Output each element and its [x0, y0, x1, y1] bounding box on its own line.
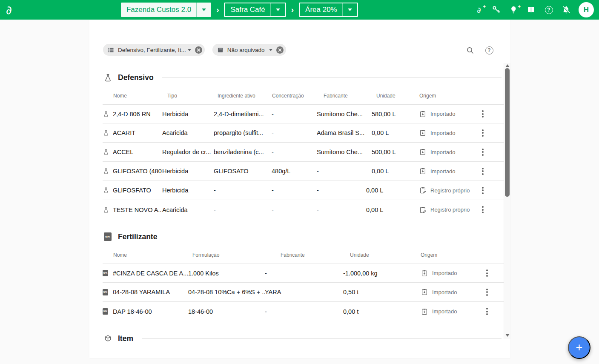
- vertical-scrollbar[interactable]: [504, 63, 510, 339]
- table-row[interactable]: NPK DAP 18-46-00 18-46-00 - 0,00 t Impor…: [103, 302, 504, 321]
- flask-icon: [103, 129, 113, 136]
- column-formulacao: Formulação: [188, 252, 265, 258]
- origin-cell: Importado: [417, 269, 479, 277]
- divider: [270, 3, 271, 16]
- product-list-scroll: Defensivo Nome Tipo Ingrediente ativo Co…: [89, 63, 504, 343]
- column-fabricante: Fabricante: [317, 93, 365, 99]
- fertilizante-table-header: Nome Formulação Fabricante Unidade Orige…: [103, 243, 504, 264]
- product-type: Acaricida: [162, 206, 214, 213]
- search-icon[interactable]: [465, 45, 475, 55]
- product-type: Regulador de cr...: [162, 149, 214, 155]
- filters-toolbar: Defensivo, Fertilizante, It... Não arqui…: [89, 20, 510, 63]
- app-header: ∂ Fazenda Custos 2.0 › Safra Café › Área…: [0, 0, 599, 20]
- concentration: -: [272, 111, 317, 118]
- table-row[interactable]: NPK 04-28-08 YARAMILA 04-28-08 10%Ca + 6…: [103, 283, 504, 302]
- archive-filter-chip[interactable]: Não arquivado: [212, 44, 286, 56]
- notifications-off-icon[interactable]: [561, 5, 571, 15]
- table-row[interactable]: GLIFOSFATO Herbicida - - - 0,00 L Regist…: [103, 181, 504, 200]
- key-icon[interactable]: [491, 5, 502, 15]
- formulation: 04-28-08 10%Ca + 6%S + ...: [188, 289, 265, 295]
- add-farm-icon[interactable]: ∂+: [474, 5, 484, 15]
- product-name: DAP 18-46-00: [113, 308, 188, 315]
- chevron-down-icon[interactable]: [271, 9, 285, 11]
- archive-filter-value: Não arquivado: [227, 47, 265, 53]
- section-defensivo-header: Defensivo: [103, 72, 504, 83]
- season-name: Safra Café: [225, 6, 265, 14]
- import-icon: [421, 269, 428, 277]
- active-ingredient: benziladenina (c...: [214, 149, 272, 155]
- help-icon[interactable]: ?: [544, 5, 554, 15]
- app-logo[interactable]: ∂: [6, 4, 12, 16]
- breadcrumb: Fazenda Custos 2.0 › Safra Café › Área 2…: [121, 3, 358, 17]
- unit-stock: 0,00 t: [342, 308, 417, 315]
- clear-archive-filter-button[interactable]: [276, 46, 284, 54]
- divider: [166, 237, 502, 237]
- edit-clipboard-icon: [419, 186, 427, 194]
- import-icon: [419, 129, 427, 137]
- fertilizer-bag-icon: NPK: [103, 270, 113, 276]
- origin-cell: Importado: [417, 308, 479, 315]
- divider: [162, 77, 502, 78]
- help-outline-icon[interactable]: ?: [484, 45, 494, 55]
- row-menu-button[interactable]: [474, 162, 491, 181]
- table-row[interactable]: GLIFOSATO (480) Herbicida GLIFOSATO 480g…: [103, 162, 504, 181]
- breadcrumb-area-select[interactable]: Área 20%: [299, 3, 358, 17]
- archive-icon: [217, 46, 224, 54]
- concentration: -: [272, 187, 317, 194]
- row-menu-button[interactable]: [479, 264, 496, 282]
- row-menu-button[interactable]: [474, 143, 491, 161]
- table-row[interactable]: 2,4-D 806 RN Herbicida 2,4-D-dimetilami.…: [103, 104, 504, 123]
- product-name: 04-28-08 YARAMILA: [113, 289, 188, 295]
- unit-stock: 0,00 L: [365, 187, 419, 194]
- row-menu-button[interactable]: [479, 283, 496, 301]
- scroll-down-arrow[interactable]: [505, 334, 510, 337]
- import-icon: [419, 110, 427, 118]
- product-name: ACARIT: [113, 129, 162, 136]
- section-title: Fertilizante: [118, 232, 157, 241]
- column-concentracao: Concentração: [272, 93, 317, 99]
- table-row[interactable]: ACCEL Regulador de cr... benziladenina (…: [103, 143, 504, 162]
- type-filter-chip[interactable]: Defensivo, Fertilizante, It...: [103, 44, 205, 56]
- import-icon: [419, 167, 427, 175]
- row-menu-button[interactable]: [474, 105, 491, 123]
- unit-stock: 500,00 L: [365, 149, 419, 155]
- column-nome: Nome: [113, 93, 162, 99]
- origin-cell: Registro próprio: [419, 186, 474, 194]
- avatar[interactable]: H: [579, 2, 594, 17]
- chevron-down-icon: [188, 49, 191, 51]
- row-menu-button[interactable]: [474, 123, 491, 142]
- manufacturer: -: [317, 206, 365, 213]
- row-menu-button[interactable]: [479, 302, 496, 321]
- row-menu-button[interactable]: [474, 200, 491, 219]
- breadcrumb-farm-select[interactable]: Fazenda Custos 2.0: [121, 3, 211, 17]
- scrollbar-thumb[interactable]: [505, 68, 510, 197]
- breadcrumb-season-select[interactable]: Safra Café: [224, 3, 286, 17]
- chevron-down-icon[interactable]: [343, 9, 357, 11]
- active-ingredient: 2,4-D-dimetilami...: [214, 111, 272, 118]
- toolbar-actions: ?: [465, 44, 494, 55]
- column-unidade: Unidade: [365, 93, 419, 99]
- divider: [142, 338, 502, 339]
- flask-icon: [103, 206, 113, 213]
- chevron-down-icon: [269, 49, 272, 51]
- row-menu-button[interactable]: [474, 181, 491, 200]
- product-name: 2,4-D 806 RN: [113, 111, 162, 118]
- breadcrumb-separator: ›: [216, 5, 219, 14]
- product-type: Herbicida: [162, 187, 214, 194]
- chevron-down-icon[interactable]: [197, 9, 211, 11]
- book-icon[interactable]: [526, 5, 536, 15]
- table-row[interactable]: ACARIT Acaricida propargito (sulfit... -…: [103, 123, 504, 143]
- lightbulb-icon[interactable]: +: [509, 5, 519, 15]
- table-row[interactable]: NPK #CINZA DE CASCA DE A... 1.000 Kilos …: [103, 264, 504, 283]
- clear-type-filter-button[interactable]: [195, 46, 202, 54]
- table-row[interactable]: TESTE NOVO A... Acaricida - - - 0,00 L R…: [103, 200, 504, 219]
- add-product-button[interactable]: +: [568, 336, 590, 359]
- defensivo-table-header: Nome Tipo Ingrediente ativo Concentração…: [103, 83, 504, 104]
- active-ingredient: -: [214, 206, 272, 213]
- scroll-up-arrow[interactable]: [505, 64, 510, 67]
- manufacturer: -: [265, 270, 342, 277]
- concentration: -: [272, 149, 317, 155]
- formulation: 1.000 Kilos: [188, 270, 265, 277]
- manufacturer: -: [317, 168, 365, 175]
- flask-icon: [103, 149, 113, 155]
